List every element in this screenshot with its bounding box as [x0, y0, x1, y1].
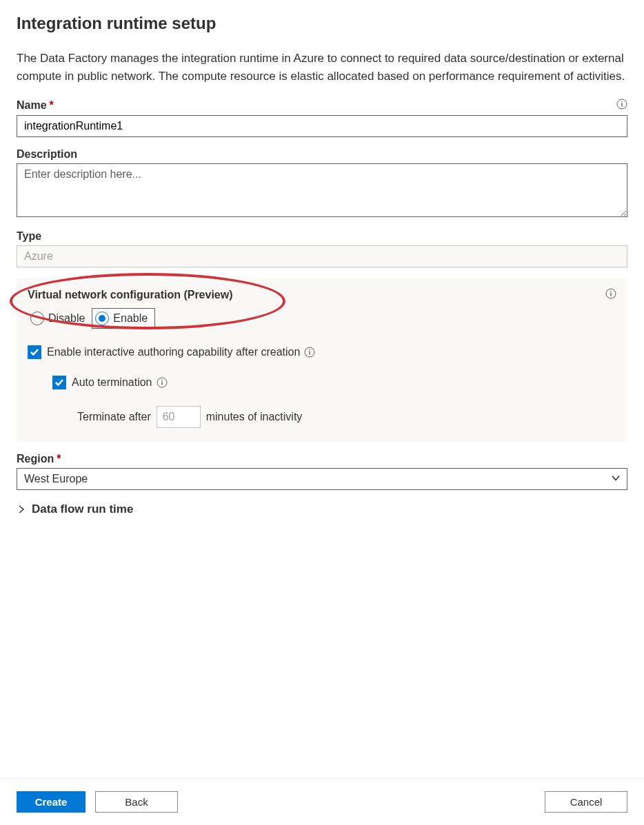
svg-rect-5	[610, 293, 611, 296]
vnet-config-panel: Virtual network configuration (Preview) …	[17, 278, 627, 442]
vnet-disable-radio[interactable]: Disable	[28, 308, 92, 329]
info-icon[interactable]	[605, 288, 616, 301]
svg-point-4	[610, 291, 612, 292]
dataflow-runtime-label: Data flow run time	[32, 502, 133, 516]
info-icon[interactable]	[157, 377, 168, 388]
radio-label: Disable	[48, 312, 85, 325]
terminate-prefix-label: Terminate after	[77, 411, 151, 423]
description-textarea[interactable]	[17, 163, 627, 217]
name-input[interactable]	[17, 115, 627, 137]
radio-icon	[95, 312, 109, 325]
radio-icon	[30, 312, 44, 325]
svg-rect-2	[621, 103, 622, 107]
page-title: Integration runtime setup	[17, 14, 627, 33]
page-intro: The Data Factory manages the integration…	[17, 50, 627, 85]
region-select[interactable]: West Europe	[17, 468, 627, 490]
required-indicator: *	[57, 453, 61, 465]
svg-point-7	[310, 349, 311, 351]
name-label: Name	[17, 99, 47, 112]
dataflow-runtime-toggle[interactable]: Data flow run time	[17, 502, 627, 516]
svg-rect-11	[161, 382, 162, 385]
required-indicator: *	[50, 99, 54, 112]
info-icon[interactable]	[616, 99, 627, 112]
vnet-enable-radio[interactable]: Enable	[92, 308, 155, 329]
svg-rect-8	[310, 352, 310, 355]
region-label: Region	[17, 453, 54, 465]
svg-point-10	[161, 380, 163, 381]
type-input	[17, 245, 627, 267]
vnet-title: Virtual network configuration (Preview)	[28, 289, 233, 301]
info-icon[interactable]	[304, 347, 315, 358]
footer-bar: Create Back Cancel	[0, 778, 644, 825]
auto-termination-label: Auto termination	[72, 376, 152, 389]
create-button[interactable]: Create	[17, 791, 85, 813]
radio-label: Enable	[113, 312, 148, 325]
type-label: Type	[17, 230, 41, 243]
svg-point-1	[621, 101, 623, 103]
back-button[interactable]: Back	[95, 791, 178, 813]
cancel-button[interactable]: Cancel	[545, 791, 627, 813]
terminate-suffix-label: minutes of inactivity	[206, 411, 303, 423]
interactive-authoring-checkbox[interactable]	[28, 345, 41, 359]
interactive-authoring-label: Enable interactive authoring capability …	[47, 346, 300, 358]
description-label: Description	[17, 148, 77, 161]
terminate-minutes-input[interactable]	[157, 406, 201, 428]
chevron-right-icon	[17, 505, 26, 514]
auto-termination-checkbox[interactable]	[52, 376, 66, 389]
